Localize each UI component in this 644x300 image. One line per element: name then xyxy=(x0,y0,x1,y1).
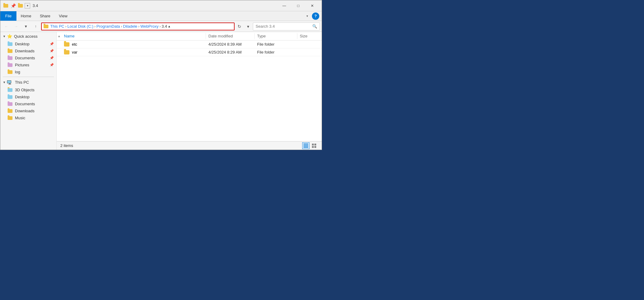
share-menu-item[interactable]: Share xyxy=(36,11,55,21)
sidebar-pin-documents: 📌 xyxy=(50,56,54,60)
quick-access-label: Quick access xyxy=(14,34,37,39)
address-dropdown-button[interactable]: ▾ xyxy=(244,23,252,30)
address-box[interactable]: This PC › Local Disk (C:) › ProgramData … xyxy=(41,23,235,30)
table-row[interactable]: etc 4/25/2024 8:39 AM File folder xyxy=(57,40,322,48)
svg-rect-5 xyxy=(314,144,316,145)
breadcrumb-diladele[interactable]: Diladele xyxy=(123,24,137,29)
log-folder-icon xyxy=(8,70,12,74)
breadcrumb-current: 3.4 xyxy=(162,24,167,29)
quick-access-dropdown[interactable]: ▾ xyxy=(25,3,30,9)
file-menu-button[interactable]: File xyxy=(0,11,16,21)
pc-desktop-icon xyxy=(8,95,12,99)
maximize-button[interactable]: □ xyxy=(291,1,305,10)
back-button[interactable]: ← xyxy=(2,22,11,31)
breadcrumb-local-disk[interactable]: Local Disk (C:) xyxy=(67,24,93,29)
svg-rect-6 xyxy=(312,146,314,148)
address-folder-icon xyxy=(44,25,48,28)
view-menu-item[interactable]: View xyxy=(55,11,72,21)
sidebar-item-pictures[interactable]: Pictures 📌 xyxy=(0,61,56,68)
sidebar-item-pc-desktop-label: Desktop xyxy=(15,95,30,99)
close-button[interactable]: ✕ xyxy=(305,1,319,10)
main-area: ▼ ⭐ Quick access Desktop 📌 Downloads 📌 D… xyxy=(0,32,322,150)
details-view-icon xyxy=(303,144,308,148)
sidebar-item-pc-downloads-label: Downloads xyxy=(15,109,34,113)
sidebar-pin-desktop: 📌 xyxy=(50,42,54,46)
breadcrumb-webproxy[interactable]: WebProxy xyxy=(140,24,159,29)
recent-locations-button[interactable]: ▼ xyxy=(22,22,30,31)
column-name[interactable]: Name xyxy=(62,33,206,39)
svg-rect-1 xyxy=(303,145,308,145)
svg-rect-2 xyxy=(303,146,308,147)
this-pc-header[interactable]: ▼ This PC xyxy=(0,78,56,86)
desktop-folder-icon xyxy=(8,42,12,46)
file-row-name: etc xyxy=(62,42,206,47)
file-explorer-window: 📌 ▾ 3.4 — □ ✕ File Home Share View ▾ ? ←… xyxy=(0,0,322,150)
file-type-var: File folder xyxy=(255,50,297,54)
details-view-button[interactable] xyxy=(302,142,310,149)
3d-folder-icon xyxy=(8,88,12,92)
status-bar-right xyxy=(302,142,318,149)
sidebar-item-downloads-label: Downloads xyxy=(15,49,34,53)
column-size[interactable]: Size xyxy=(297,33,322,39)
svg-rect-4 xyxy=(312,144,314,145)
svg-rect-3 xyxy=(303,147,308,148)
sidebar-pin-downloads: 📌 xyxy=(50,49,54,53)
window-controls: — □ ✕ xyxy=(277,1,319,10)
home-menu-item[interactable]: Home xyxy=(16,11,36,21)
sidebar-item-log[interactable]: log xyxy=(0,68,56,75)
sidebar-divider xyxy=(3,77,54,77)
sidebar-item-pc-documents[interactable]: Documents xyxy=(0,100,56,107)
svg-rect-0 xyxy=(303,144,308,144)
minimize-button[interactable]: — xyxy=(277,1,291,10)
file-folder-icon-var xyxy=(64,50,69,54)
sidebar-item-3d-label: 3D Objects xyxy=(15,88,34,92)
downloads-folder-icon xyxy=(8,49,12,53)
quick-access-header[interactable]: ▼ ⭐ Quick access xyxy=(0,32,56,40)
folder-icon-title xyxy=(3,3,9,9)
this-pc-monitor-icon xyxy=(7,80,12,85)
search-input[interactable] xyxy=(256,24,312,29)
column-date[interactable]: Date modified xyxy=(206,33,255,39)
title-bar-icons: 📌 ▾ xyxy=(3,3,30,9)
sidebar: ▼ ⭐ Quick access Desktop 📌 Downloads 📌 D… xyxy=(0,32,57,150)
sidebar-item-pictures-label: Pictures xyxy=(15,63,29,67)
file-folder-icon-etc xyxy=(64,42,69,47)
breadcrumb-this-pc[interactable]: This PC xyxy=(50,24,64,29)
pc-docs-icon xyxy=(8,102,12,106)
pc-downloads-icon xyxy=(8,109,12,113)
sidebar-item-desktop-label: Desktop xyxy=(15,42,30,46)
pc-music-icon xyxy=(8,116,12,120)
table-row[interactable]: var 4/25/2024 8:29 AM File folder xyxy=(57,48,322,56)
help-button[interactable]: ? xyxy=(312,12,319,20)
column-type[interactable]: Type xyxy=(255,33,297,39)
address-caret: ▲ xyxy=(167,25,172,28)
file-row-name2: var xyxy=(62,50,206,54)
documents-folder-icon xyxy=(8,56,12,60)
sidebar-pin-pictures: 📌 xyxy=(50,63,54,67)
folder-icon-title2 xyxy=(17,3,23,9)
column-header: ▲ Name Date modified Type Size xyxy=(57,32,322,40)
window-title: 3.4 xyxy=(30,3,277,8)
sidebar-item-pc-documents-label: Documents xyxy=(15,102,35,106)
sidebar-item-3d-objects[interactable]: 3D Objects xyxy=(0,86,56,93)
up-button[interactable]: ↑ xyxy=(31,22,40,31)
ribbon-right: ▾ ? xyxy=(303,12,322,20)
forward-button[interactable]: → xyxy=(12,22,20,31)
file-name-var: var xyxy=(72,50,77,54)
sidebar-item-documents[interactable]: Documents 📌 xyxy=(0,54,56,61)
menu-bar: File Home Share View ▾ ? xyxy=(0,11,322,21)
sidebar-item-pc-music[interactable]: Music xyxy=(0,114,56,121)
file-name-etc: etc xyxy=(72,42,77,47)
sort-arrow: ▲ xyxy=(57,34,62,38)
address-bar: ← → ▼ ↑ This PC › Local Disk (C:) › Prog… xyxy=(0,21,322,32)
svg-rect-7 xyxy=(314,146,316,148)
large-icons-view-button[interactable] xyxy=(311,142,318,149)
sidebar-item-desktop[interactable]: Desktop 📌 xyxy=(0,40,56,47)
ribbon-collapse-button[interactable]: ▾ xyxy=(303,12,311,20)
sidebar-item-pc-desktop[interactable]: Desktop xyxy=(0,93,56,100)
file-type-etc: File folder xyxy=(255,42,297,47)
sidebar-item-downloads[interactable]: Downloads 📌 xyxy=(0,47,56,54)
refresh-button[interactable]: ↻ xyxy=(236,23,243,30)
sidebar-item-pc-downloads[interactable]: Downloads xyxy=(0,107,56,114)
breadcrumb-programdata[interactable]: ProgramData xyxy=(96,24,120,29)
